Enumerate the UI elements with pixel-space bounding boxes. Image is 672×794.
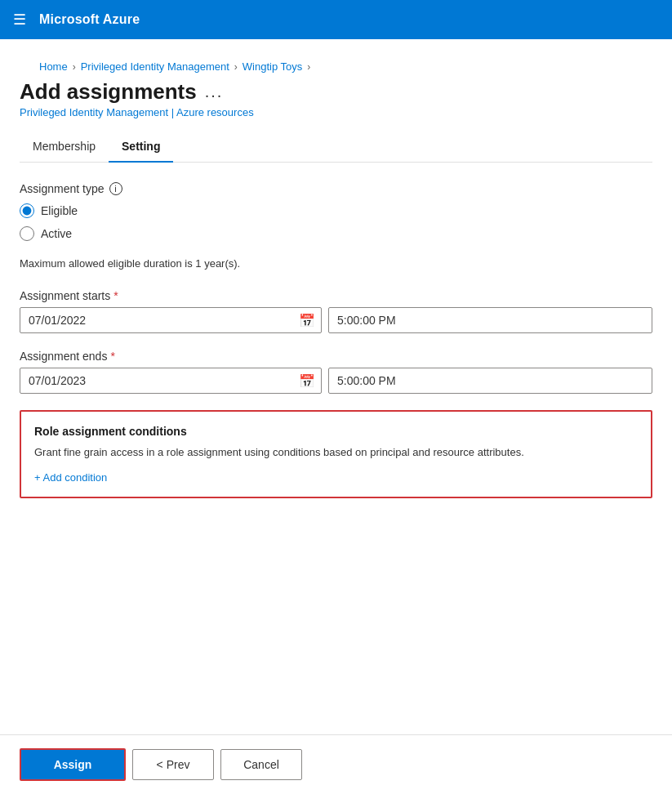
add-condition-link[interactable]: + Add condition bbox=[34, 471, 107, 484]
radio-active-input[interactable] bbox=[20, 226, 34, 241]
topbar: ☰ Microsoft Azure bbox=[0, 0, 672, 39]
conditions-box: Role assignment conditions Grant fine gr… bbox=[20, 410, 652, 498]
starts-time-input[interactable] bbox=[328, 307, 652, 333]
breadcrumb-separator-2: › bbox=[234, 61, 238, 73]
cancel-button[interactable]: Cancel bbox=[220, 749, 302, 780]
assignment-ends-group: Assignment ends * 📅 bbox=[20, 350, 652, 394]
assignment-type-radio-group: Eligible Active bbox=[20, 203, 652, 241]
assign-button[interactable]: Assign bbox=[20, 748, 126, 781]
breadcrumb-wingtip[interactable]: Wingtip Toys bbox=[243, 60, 302, 73]
main-content: Home › Privileged Identity Management › … bbox=[0, 39, 672, 794]
radio-active-label: Active bbox=[41, 227, 72, 240]
assignment-type-label: Assignment type bbox=[20, 182, 105, 195]
tab-membership[interactable]: Membership bbox=[20, 132, 109, 163]
ends-calendar-icon[interactable]: 📅 bbox=[299, 373, 315, 389]
assignment-type-info-icon[interactable]: i bbox=[109, 182, 122, 195]
conditions-description: Grant fine grain access in a role assign… bbox=[34, 444, 638, 461]
radio-eligible-input[interactable] bbox=[20, 203, 34, 218]
breadcrumb-separator-3: › bbox=[307, 61, 310, 73]
breadcrumb-separator-1: › bbox=[73, 61, 76, 73]
starts-required-star: * bbox=[113, 289, 118, 302]
page-title-row: Add assignments ... bbox=[20, 79, 652, 105]
ends-required-star: * bbox=[110, 350, 114, 363]
breadcrumb-pim[interactable]: Privileged Identity Management bbox=[81, 60, 229, 73]
assignment-type-section: Assignment type i Eligible Active bbox=[20, 182, 652, 241]
ends-date-input[interactable] bbox=[20, 368, 322, 394]
conditions-title: Role assignment conditions bbox=[34, 425, 638, 438]
menu-icon[interactable]: ☰ bbox=[13, 11, 26, 29]
assignment-starts-group: Assignment starts * 📅 bbox=[20, 289, 652, 333]
page-title: Add assignments bbox=[20, 79, 197, 105]
starts-calendar-icon[interactable]: 📅 bbox=[299, 313, 315, 328]
breadcrumb-home[interactable]: Home bbox=[39, 60, 68, 73]
more-options-button[interactable]: ... bbox=[205, 83, 224, 101]
ends-time-input[interactable] bbox=[328, 368, 652, 394]
prev-button[interactable]: < Prev bbox=[132, 749, 214, 780]
app-title: Microsoft Azure bbox=[39, 12, 140, 27]
tab-setting[interactable]: Setting bbox=[109, 132, 173, 163]
duration-note: Maximum allowed eligible duration is 1 y… bbox=[20, 257, 652, 270]
assignment-ends-label: Assignment ends * bbox=[20, 350, 652, 363]
starts-date-input[interactable] bbox=[20, 307, 322, 333]
footer-buttons: Assign < Prev Cancel bbox=[0, 734, 672, 794]
radio-eligible-label: Eligible bbox=[41, 204, 78, 217]
radio-active[interactable]: Active bbox=[20, 226, 652, 241]
assignment-type-label-row: Assignment type i bbox=[20, 182, 652, 195]
page-subtitle: Privileged Identity Management | Azure r… bbox=[20, 106, 652, 118]
breadcrumb: Home › Privileged Identity Management › … bbox=[20, 52, 652, 73]
assignment-starts-label: Assignment starts * bbox=[20, 289, 652, 302]
tabs: Membership Setting bbox=[20, 132, 652, 163]
assignment-ends-row: 📅 bbox=[20, 368, 652, 394]
ends-date-wrapper: 📅 bbox=[20, 368, 322, 394]
starts-date-wrapper: 📅 bbox=[20, 307, 322, 333]
assignment-starts-row: 📅 bbox=[20, 307, 652, 333]
radio-eligible[interactable]: Eligible bbox=[20, 203, 652, 218]
